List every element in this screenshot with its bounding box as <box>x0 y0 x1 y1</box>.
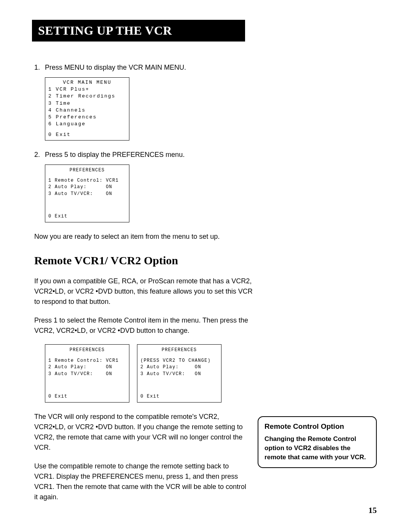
para-respond: The VCR will only respond to the compati… <box>34 412 250 453</box>
menu2-line: 2 Auto Play: ON <box>48 184 126 190</box>
menu3a-line: 3 Auto TV/VCR: ON <box>48 371 126 377</box>
preferences-screens-row: PREFERENCES 1 Remote Control: VCR1 2 Aut… <box>45 344 377 403</box>
step-1: 1.Press MENU to display the VCR MAIN MEN… <box>34 62 377 73</box>
menu3a-title: PREFERENCES <box>48 347 126 353</box>
para-ready: Now you are ready to select an item from… <box>34 232 377 242</box>
menu3b-exit: 0 Exit <box>140 393 218 400</box>
page-number: 15 <box>368 505 377 515</box>
page-header: SETTING UP THE VCR <box>32 20 245 42</box>
para-press1: Press 1 to select the Remote Control ite… <box>34 315 255 336</box>
left-column: The VCR will only respond to the compati… <box>34 412 250 511</box>
menu3b-line: 2 Auto Play: ON <box>140 364 218 371</box>
step-2: 2.Press 5 to display the PREFERENCES men… <box>34 150 377 160</box>
step-2-text: Press 5 to display the PREFERENCES menu. <box>45 151 185 158</box>
menu3a-exit: 0 Exit <box>48 393 126 400</box>
sidebar-text: Changing the Remote Control option to VC… <box>264 435 370 462</box>
vcr-main-menu-screen: VCR MAIN MENU 1 VCR Plus+ 2 Timer Record… <box>45 77 129 141</box>
menu2-line: 1 Remote Control: VCR1 <box>48 177 126 184</box>
menu1-title: VCR MAIN MENU <box>48 79 126 86</box>
menu1-line: 1 VCR Plus+ <box>48 86 126 93</box>
menu2-title: PREFERENCES <box>48 167 126 174</box>
menu3b-line: 3 Auto TV/VCR: ON <box>140 371 218 377</box>
section-title-remote-option: Remote VCR1/ VCR2 Option <box>34 254 377 267</box>
two-column-section: The VCR will only respond to the compati… <box>34 412 377 511</box>
step-1-text: Press MENU to display the VCR MAIN MENU. <box>45 64 186 71</box>
menu1-line: 3 Time <box>48 100 126 107</box>
menu3b-title: PREFERENCES <box>140 347 218 353</box>
menu1-line: 5 Preferences <box>48 114 126 121</box>
menu2-exit: 0 Exit <box>48 213 126 220</box>
menu1-line: 6 Language <box>48 121 126 128</box>
sidebar-title: Remote Control Option <box>264 422 370 431</box>
menu1-line: 4 Channels <box>48 107 126 114</box>
menu1-exit: 0 Exit <box>48 131 126 138</box>
preferences-screen-vcr2-prompt: PREFERENCES (PRESS VCR2 TO CHANGE) 2 Aut… <box>137 344 221 403</box>
para-own: If you own a compatible GE, RCA, or ProS… <box>34 276 255 307</box>
menu3a-line: 2 Auto Play: ON <box>48 364 126 371</box>
preferences-screen-vcr1: PREFERENCES 1 Remote Control: VCR1 2 Aut… <box>45 344 129 403</box>
step-2-num: 2. <box>34 150 45 160</box>
right-column: Remote Control Option Changing the Remot… <box>258 415 377 468</box>
step-1-num: 1. <box>34 62 45 73</box>
content-area: 1.Press MENU to display the VCR MAIN MEN… <box>0 62 411 511</box>
menu1-line: 2 Timer Recordings <box>48 93 126 100</box>
preferences-menu-screen: PREFERENCES 1 Remote Control: VCR1 2 Aut… <box>45 165 129 223</box>
menu3a-line: 1 Remote Control: VCR1 <box>48 358 126 364</box>
para-use: Use the compatible remote to change the … <box>34 461 250 502</box>
menu3b-line: (PRESS VCR2 TO CHANGE) <box>140 358 218 364</box>
sidebar-remote-control-option: Remote Control Option Changing the Remot… <box>258 416 377 468</box>
menu2-line: 3 Auto TV/VCR: ON <box>48 191 126 197</box>
